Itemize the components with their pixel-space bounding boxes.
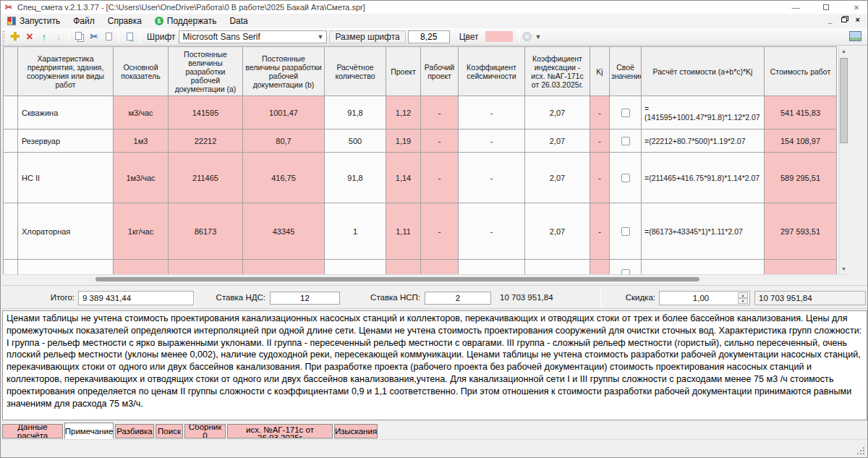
nsp-input[interactable]	[425, 292, 491, 305]
cell-cost[interactable]: 541 415,83	[765, 96, 837, 130]
notes-editor[interactable]: Ценами таблицы не учтена стоимость проек…	[2, 310, 867, 420]
col-header-work-project[interactable]: Рабочий проект	[421, 47, 459, 96]
cell-name[interactable]: Скважина	[18, 96, 114, 130]
cell-project[interactable]: 1,19	[386, 130, 421, 153]
cell-cost[interactable]: 154 108,97	[765, 130, 837, 153]
spin-up-icon[interactable]: ▲	[738, 292, 748, 298]
paste-page-icon[interactable]	[101, 30, 116, 44]
col-header-cost-formula[interactable]: Расчёт стоимости (a+b*c)*Kj	[642, 47, 765, 96]
cell-name[interactable]: Хлораторная	[18, 203, 114, 260]
cut-icon[interactable]: ✂	[87, 30, 101, 44]
horizontal-scrollbar-thumb[interactable]	[95, 277, 699, 281]
col-header-seismic[interactable]: Коэффициент сейсмичности	[459, 47, 525, 96]
cell-seismic[interactable]: -	[459, 96, 525, 130]
cell-qty[interactable]: 500	[325, 130, 386, 153]
tab-source-letter[interactable]: исх. №АГ-171с от 26.03.2025г	[227, 424, 333, 438]
grid-corner-cell[interactable]	[4, 47, 18, 96]
mdi-close-button[interactable]: ×	[856, 15, 860, 24]
color-swatch[interactable]	[485, 31, 513, 42]
cell-seismic[interactable]: -	[459, 203, 525, 260]
row-selector[interactable]	[4, 260, 18, 275]
cell-unit[interactable]: 1м3	[114, 130, 169, 153]
font-combobox[interactable]: Microsoft Sans Serif ▼	[179, 30, 327, 43]
cell-formula[interactable]: =(22212+80.7*500)*1.19*2.07	[642, 130, 765, 153]
tab-calculation-data[interactable]: Данные расчёта	[2, 424, 63, 438]
cell-work-project[interactable]: -	[421, 203, 459, 260]
mdi-minimize-button[interactable]: _	[827, 15, 832, 24]
cell-index[interactable]: 2,07	[525, 203, 590, 260]
close-button[interactable]: ×	[851, 2, 861, 13]
col-header-quantity[interactable]: Расчётное количество	[325, 47, 386, 96]
cell-cost[interactable]: 589 295,51	[765, 153, 837, 203]
maximize-button[interactable]	[821, 3, 831, 12]
col-header-kj[interactable]: Kj	[590, 47, 610, 96]
add-row-icon[interactable]: ✚	[8, 30, 22, 44]
menu-help[interactable]: Справка	[101, 14, 148, 27]
tab-collection[interactable]: Сборник 0	[184, 424, 226, 438]
row-selector[interactable]	[4, 96, 18, 130]
toolbar-grip[interactable]	[2, 31, 5, 43]
menu-data[interactable]: Data	[223, 14, 254, 27]
cell-formula[interactable]: =(211465+416.75*91.8)*1.14*2.07	[642, 153, 765, 203]
col-header-own-value[interactable]: Своё значение	[610, 47, 642, 96]
cell-kj[interactable]: -	[590, 153, 610, 203]
delete-row-icon[interactable]: ×	[22, 30, 37, 44]
cell-project[interactable]: 1,12	[386, 96, 421, 130]
cell-a[interactable]: 86173	[169, 203, 243, 260]
own-value-checkbox[interactable]	[621, 137, 630, 145]
copy-icon[interactable]	[72, 30, 87, 44]
cell-seismic[interactable]: -	[459, 153, 525, 203]
menu-run[interactable]: Запустить	[1, 14, 67, 27]
cell-name[interactable]: НС II	[18, 153, 114, 203]
cell-formula[interactable]: =(86173+43345*1)*1.11*2.07	[642, 203, 765, 260]
menu-file[interactable]: Файл	[67, 14, 101, 27]
col-header-const-a[interactable]: Постоянные величины разработки рабочей д…	[169, 47, 243, 96]
cell-work-project[interactable]: -	[421, 153, 459, 203]
mdi-restore-button[interactable]	[841, 17, 847, 22]
cell-b[interactable]: 43345	[243, 203, 325, 260]
cell-qty[interactable]: 1	[325, 203, 386, 260]
menu-support[interactable]: $ Поддержать	[148, 14, 224, 27]
cell-b[interactable]: 416,75	[243, 153, 325, 203]
horizontal-scrollbar[interactable]	[3, 274, 848, 284]
cell-unit[interactable]: м3/час	[114, 96, 169, 130]
col-header-index-coef[interactable]: Коэффициент индексации - исх. №АГ-171с о…	[525, 47, 590, 96]
col-header-const-b[interactable]: Постоянные величины разработки рабочей д…	[243, 47, 325, 96]
cell-kj[interactable]: -	[590, 130, 610, 153]
cell-unit[interactable]: 1м3/час	[114, 153, 169, 203]
scroll-up-icon[interactable]: ▲	[839, 46, 848, 56]
cell-formula[interactable]: =(141595+1001.47*91.8)*1.12*2.07	[642, 96, 765, 130]
minimize-button[interactable]: —	[791, 3, 801, 12]
col-header-characteristic[interactable]: Характеристика предприятия, здания, соор…	[18, 47, 114, 96]
move-up-icon[interactable]: ↑	[37, 30, 51, 44]
cell-name[interactable]: Резервуар	[18, 130, 114, 153]
image-icon[interactable]	[849, 31, 861, 41]
row-selector[interactable]	[4, 203, 18, 260]
col-header-unit[interactable]: Основной показатель	[114, 47, 169, 96]
cell-qty[interactable]: 91,8	[325, 96, 386, 130]
cell-project[interactable]: 1,11	[386, 203, 421, 260]
cell-work-project[interactable]: -	[421, 130, 459, 153]
cell-cost[interactable]: 297 593,51	[765, 203, 837, 260]
cell-qty[interactable]: 91,8	[325, 153, 386, 203]
cell-b[interactable]: 1001,47	[243, 96, 325, 130]
font-size-input[interactable]	[408, 30, 450, 43]
cell-b[interactable]: 80,7	[243, 130, 325, 153]
cell-kj[interactable]: -	[590, 203, 610, 260]
own-value-checkbox[interactable]	[621, 174, 630, 182]
cell-a[interactable]: 141595	[169, 96, 243, 130]
row-selector[interactable]	[4, 153, 18, 203]
col-header-work-cost[interactable]: Стоимость работ	[765, 47, 837, 96]
vertical-scrollbar-thumb[interactable]	[840, 58, 848, 143]
own-value-checkbox[interactable]	[621, 109, 630, 117]
col-header-project[interactable]: Проект	[386, 47, 421, 96]
vat-input[interactable]	[270, 292, 340, 305]
discount-stepper[interactable]: 1,00 ▲ ▼	[659, 291, 750, 305]
cell-index[interactable]: 2,07	[525, 153, 590, 203]
export-icon[interactable]	[122, 30, 137, 44]
vertical-scrollbar[interactable]: ▲ ▼	[838, 46, 848, 274]
cell-unit[interactable]: 1кг/час	[114, 203, 169, 260]
cell-a[interactable]: 22212	[169, 130, 243, 153]
cell-work-project[interactable]: -	[421, 96, 459, 130]
row-selector[interactable]	[4, 130, 18, 153]
